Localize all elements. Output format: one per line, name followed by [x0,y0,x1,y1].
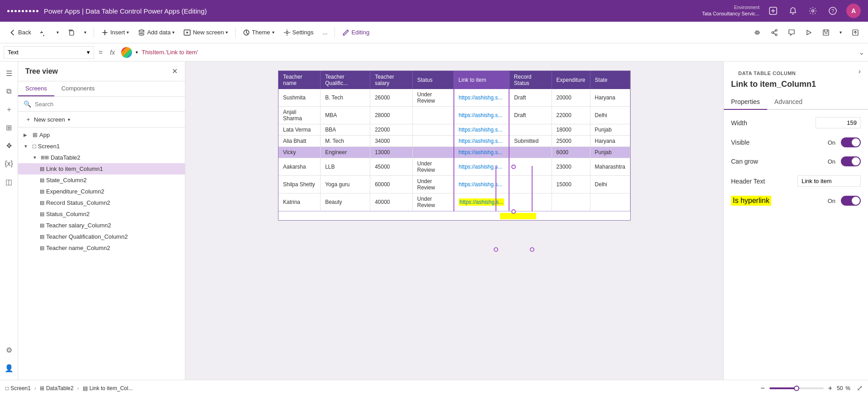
svg-text:?: ? [831,8,834,14]
copilot-icon[interactable] [767,5,779,17]
help-icon[interactable]: ? [826,5,839,17]
bell-icon[interactable] [787,5,799,17]
width-label: Width [731,119,747,127]
search-input[interactable] [35,101,179,108]
tree-close-button[interactable]: ✕ [172,67,178,75]
header-text-input[interactable] [797,175,861,187]
media-icon[interactable]: ◫ [1,174,17,190]
back-button[interactable]: Back [5,27,35,38]
table-cell: Lata Verma [278,124,321,136]
table-cell [509,124,552,136]
save-dropdown[interactable]: ▾ [836,28,845,37]
tree-item-state-col[interactable]: ▤ State_Column2 [18,174,185,186]
app-launcher-button[interactable] [7,10,38,12]
preview-icon[interactable] [750,27,764,38]
publish-icon[interactable] [848,27,863,38]
table-cell: Delhi [590,176,630,193]
property-dropdown[interactable]: Text ▾ [4,46,94,59]
tree-item-link-col[interactable]: ▤ Link to item_Column1 [18,163,185,174]
zoom-plus-button[interactable]: + [826,384,834,392]
is-hyperlink-toggle[interactable] [841,196,861,206]
new-screen-button[interactable]: New screen ▾ [180,27,231,38]
variables-icon[interactable]: {x} [1,156,17,172]
breadcrumb-link-col[interactable]: ▤ Link to item_Col... [83,385,133,391]
table-cell: 45000 [370,158,413,176]
table-cell: Under Review [412,158,453,176]
undo-button[interactable] [37,27,51,38]
breadcrumb-screen1[interactable]: □ Screen1 [5,385,31,391]
formula-color-picker[interactable] [121,47,132,58]
play-icon[interactable] [802,27,816,38]
right-panel-tab-properties[interactable]: Properties [724,94,767,110]
comment-icon[interactable] [784,27,799,38]
handle-right[interactable] [530,247,534,252]
zoom-minus-button[interactable]: − [759,384,766,392]
expand-canvas-button[interactable]: ⤢ [857,384,863,392]
visible-on-label: On [828,139,835,146]
tree-item-teacher-salary-col[interactable]: ▤ Teacher salary_Column2 [18,220,185,231]
main-layout: ☰ ⧉ ＋ ⊞ ❖ {x} ◫ ⚙ 👤 Tree view ✕ Screens … [0,61,868,380]
add-control-icon[interactable]: ＋ [1,101,17,118]
insert-button[interactable]: Insert ▾ [98,27,133,38]
table-cell: https://ashishg.s... [454,176,509,193]
tree-item-datatable2[interactable]: ▼ ⊞⊞ DataTable2 [18,152,185,163]
layers-icon[interactable]: ⧉ [1,83,17,99]
settings-toolbar-button[interactable]: Settings [280,27,317,38]
table-cell: Haryana [590,136,630,147]
col-header-teacher-qual: Teacher Qualific... [321,71,370,89]
more-button[interactable]: ... [319,27,331,38]
component-icon[interactable]: ❖ [1,137,17,154]
table-cell: 60000 [370,176,413,193]
tree-item-teacher-name-col[interactable]: ▤ Teacher name_Column2 [18,242,185,254]
table-cell: 23000 [552,158,590,176]
theme-button[interactable]: Theme ▾ [239,27,278,38]
tree-item-record-status-col[interactable]: ▤ Record Status_Column2 [18,197,185,208]
settings-left-icon[interactable]: ⚙ [1,342,17,358]
canvas-area[interactable]: Teacher name Teacher Qualific... Teacher… [185,61,723,380]
formula-expand-button[interactable]: ⌄ [859,48,864,57]
data-icon[interactable]: ⊞ [1,119,17,136]
zoom-slider[interactable] [769,387,824,389]
breadcrumb-datatable2[interactable]: ⊞ DataTable2 [40,385,74,391]
table-row: AakarshaLLB45000Under Reviewhttps://ashi… [278,158,630,176]
tree-item-teacher-qual-col[interactable]: ▤ Teacher Qualification_Column2 [18,231,185,242]
account-icon[interactable]: 👤 [1,360,17,376]
add-data-button[interactable]: Add data ▾ [134,27,178,38]
tree-item-expenditure-col[interactable]: ▤ Expenditure_Column2 [18,186,185,197]
environment-info: Environment Tata Consultancy Servic... [702,5,760,17]
share-icon[interactable] [767,27,782,38]
formula-input[interactable]: ThisItem.'Link to item' [140,47,857,57]
tree-tab-screens[interactable]: Screens [18,81,54,96]
tree-tab-components[interactable]: Components [54,81,102,96]
right-panel-chevron[interactable]: › [859,67,861,75]
table-cell: 22000 [552,107,590,124]
can-grow-toggle[interactable] [841,156,861,166]
save-icon[interactable] [819,27,833,38]
width-input[interactable] [816,117,861,128]
zoom-percent: 50 [837,385,843,391]
user-avatar[interactable]: A [846,4,861,18]
new-screen-tree-button[interactable]: ＋ New screen ▾ [18,112,185,127]
hamburger-menu-icon[interactable]: ☰ [1,65,17,81]
editing-button[interactable]: Editing [339,27,373,38]
table-cell: Beauty [321,193,370,211]
table-cell: 34000 [370,136,413,147]
zoom-slider-thumb[interactable] [794,386,799,391]
col-header-expenditure: Expenditure [552,71,590,89]
toolbar-separator-3 [335,27,335,38]
table-cell [412,136,453,147]
right-panel-tab-advanced[interactable]: Advanced [767,94,810,110]
visible-toggle[interactable] [841,137,861,147]
handle-left[interactable] [494,247,498,252]
undo-dropdown[interactable]: ▾ [53,28,62,37]
tree-item-screen1[interactable]: ▼ □ Screen1 [18,141,185,152]
tree-item-status-col[interactable]: ▤ Status_Column2 [18,208,185,220]
copy-dropdown[interactable]: ▾ [80,28,90,37]
settings-icon[interactable] [807,5,819,17]
handle-bottom[interactable] [511,209,516,214]
handle-top[interactable] [511,165,516,169]
copy-button[interactable] [64,27,79,38]
toolbar-separator-1 [94,27,94,38]
tree-item-app[interactable]: ▶ ⊞ App [18,129,185,141]
zoom-symbol: % [845,385,850,391]
